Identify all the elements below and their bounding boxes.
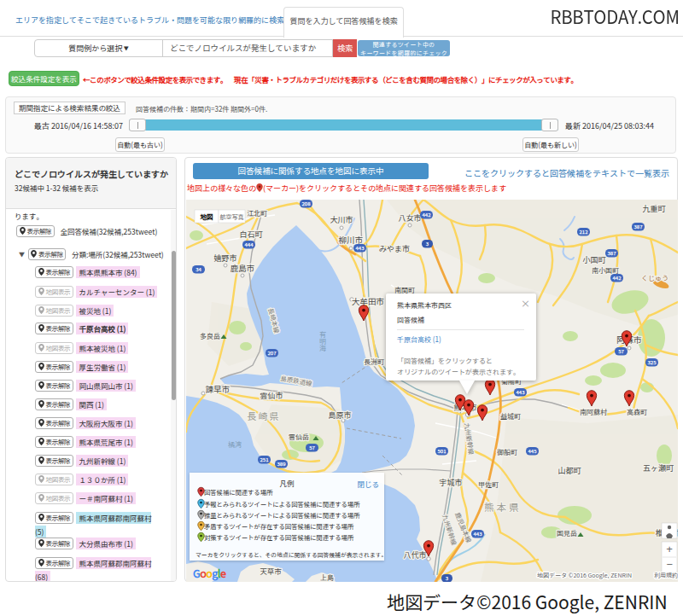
svg-text:白石町: 白石町: [239, 229, 262, 240]
svg-text:208: 208: [302, 200, 312, 207]
svg-text:雲仙市: 雲仙市: [260, 390, 283, 401]
svg-text:57: 57: [308, 444, 315, 451]
svg-text:443: 443: [474, 530, 483, 538]
svg-text:甲佐町: 甲佐町: [478, 479, 499, 489]
svg-text:有明海: 有明海: [318, 331, 328, 352]
svg-text:航空写真: 航空写真: [220, 212, 244, 221]
svg-text:443: 443: [517, 388, 526, 396]
svg-text:445: 445: [528, 447, 538, 455]
svg-text:34: 34: [196, 265, 201, 273]
svg-text:444: 444: [245, 241, 254, 248]
svg-text:多良岳: 多良岳: [200, 331, 220, 340]
svg-text:山都町: 山都町: [557, 465, 581, 476]
svg-text:小国町: 小国町: [582, 254, 605, 265]
svg-text:442: 442: [423, 211, 432, 218]
svg-text:利用規約: 利用規約: [654, 571, 678, 579]
svg-text:雲仙岳: 雲仙岳: [289, 432, 309, 441]
svg-text:Google: Google: [193, 565, 226, 581]
svg-text:地図: 地図: [201, 212, 213, 221]
svg-text:251: 251: [260, 456, 270, 463]
svg-text:大川市: 大川市: [330, 214, 353, 225]
svg-text:熊本県: 熊本県: [484, 500, 522, 514]
svg-text:長洲町: 長洲町: [364, 357, 384, 366]
svg-text:501: 501: [437, 447, 447, 455]
svg-text:江北町: 江北町: [247, 208, 267, 218]
svg-text:57: 57: [617, 347, 624, 355]
svg-text:天草市: 天草市: [260, 566, 282, 576]
svg-text:地図データ ©2016 Google, ZENRIN: 地図データ ©2016 Google, ZENRIN: [537, 571, 632, 579]
svg-text:八女市: 八女市: [398, 212, 421, 224]
svg-text:387: 387: [608, 249, 617, 257]
svg-text:443: 443: [356, 244, 365, 252]
svg-text:御船町: 御船町: [497, 447, 517, 456]
svg-text:鹿島市: 鹿島市: [231, 262, 255, 274]
svg-text:大牟田市: 大牟田市: [352, 295, 384, 307]
svg-text:くじゅう: くじゅう: [641, 273, 668, 282]
svg-text:国見岳: 国見岳: [557, 528, 577, 538]
svg-text:宇城市: 宇城市: [439, 477, 462, 488]
svg-text:九重町: 九重町: [642, 203, 665, 214]
svg-text:387: 387: [634, 223, 644, 230]
svg-text:南阿蘇村: 南阿蘇村: [580, 407, 607, 416]
svg-text:八代市: 八代市: [403, 549, 426, 561]
svg-text:−: −: [666, 555, 672, 572]
svg-text:207: 207: [268, 349, 277, 357]
svg-text:橘湾: 橘湾: [228, 439, 242, 449]
svg-text:益城町: 益城町: [500, 411, 521, 421]
svg-text:長崎県: 長崎県: [248, 409, 281, 422]
svg-text:みやま市: みやま市: [379, 243, 410, 254]
svg-text:325: 325: [648, 358, 657, 366]
svg-text:+: +: [666, 540, 672, 556]
svg-text:389: 389: [277, 460, 287, 468]
svg-text:高森町: 高森町: [627, 407, 647, 416]
svg-text:五ヶ瀬町: 五ヶ瀬町: [643, 462, 674, 474]
svg-text:諫早市: 諫早市: [206, 383, 231, 395]
svg-text:上島: 上島: [320, 572, 334, 582]
svg-text:212: 212: [580, 228, 589, 235]
svg-text:島原市: 島原市: [328, 410, 351, 421]
svg-text:442: 442: [613, 274, 622, 282]
